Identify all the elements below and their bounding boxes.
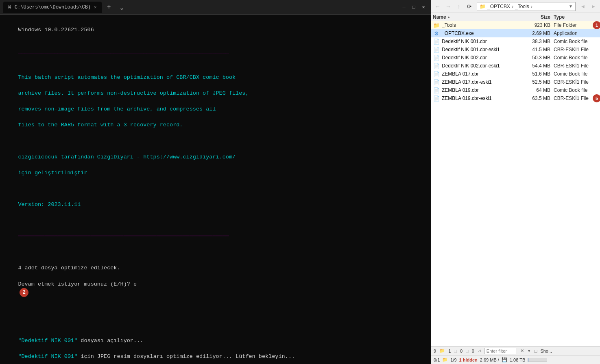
version-line: Version: 2023.11.11 (18, 202, 81, 208)
file-size-tools: 923 KB (525, 22, 554, 28)
explorer-footer: 0/1 📁 1/9 1 hidden 2.69 MB / 💾 1.08 TB (431, 355, 600, 364)
footer-size: 2.69 MB / (480, 358, 499, 362)
file-type-zembla017-cbr: Comic Book file (554, 71, 598, 77)
cbr3-icon: 📄 (433, 71, 440, 77)
forward-button[interactable]: → (443, 2, 453, 11)
terminal-tab[interactable]: ⌘ C:\Users\omc\Downloads\CB) ✕ (3, 2, 102, 13)
file-name-optcbx: _OPTCBX.exe (442, 30, 525, 36)
block1-line1-rest: dosyası açılıyor... (77, 338, 143, 344)
statusbar-zero2-icon: □ (466, 349, 469, 353)
file-type-optcbx: Application (554, 30, 598, 36)
back-button[interactable]: ← (433, 2, 443, 11)
file-name-zembla017-cbr: ZEMBLA 017.cbr (442, 71, 525, 77)
show-label: Sho... (540, 349, 552, 353)
filter-clear-button[interactable]: ✕ (520, 348, 524, 353)
file-row-zembla017-eski1[interactable]: 📄 ZEMBLA 017.cbr-eski1 52.5 MB CBR-ESKİ1… (431, 78, 600, 86)
file-row-zembla019-cbr[interactable]: 📄 ZEMBLA 019.cbr 64 MB Comic Book file (431, 86, 600, 94)
sort-arrow-icon: ▲ (447, 15, 451, 19)
address-separator2: › (531, 4, 532, 9)
terminal-tab-icon: ⌘ (8, 4, 11, 11)
desc-line2: archive files. It performs non-destructi… (18, 90, 249, 96)
terminal-titlebar: ⌘ C:\Users\omc\Downloads\CB) ✕ + ⌄ ─ □ ✕ (0, 0, 431, 15)
address-root: _OPTCBX (487, 4, 510, 9)
file-size-nik001-cbr: 38.3 MB (525, 39, 554, 44)
file-name-nik002-cbr: Dedektif NIK 002.cbr (442, 55, 525, 61)
close-button[interactable]: ✕ (419, 3, 428, 11)
filter-input[interactable] (484, 348, 517, 354)
back-icon: ← (435, 3, 441, 10)
footer-fraction: 0/1 (434, 358, 440, 362)
footer-ratio: 1/9 (450, 358, 456, 362)
annotation-bubble-5: 5 (593, 94, 600, 102)
nav-next-icon: ▶ (592, 4, 595, 9)
new-tab-button[interactable]: + (103, 2, 115, 13)
file-type-zembla019-eski1: CBR-ESKİ1 File (554, 95, 598, 101)
file-name-nik002-eski1: Dedektif NIK 002.cbr-eski1 (442, 63, 525, 69)
annotation-2: 2 (20, 288, 28, 297)
filter-dropdown-button[interactable]: ▼ (527, 349, 531, 353)
file-row-tools-folder[interactable]: 📁 _Tools 923 KB File Folder 1 (431, 21, 600, 29)
file-row-nik001-cbr[interactable]: 📄 Dedektif NIK 001.cbr 38.3 MB Comic Boo… (431, 37, 600, 46)
file-name-nik001-eski1: Dedektif NIK 001.cbr-eski1 (442, 47, 525, 52)
desc-line1: This batch script automates the optimiza… (18, 74, 236, 80)
refresh-icon: ⟳ (467, 3, 472, 10)
separator2: ────────────────────────────────────────… (18, 233, 229, 239)
col-size-header[interactable]: Size (525, 14, 554, 20)
nav-prev-icon: ◀ (581, 4, 585, 9)
statusbar-folder-icon: 📁 (439, 348, 445, 353)
file-row-zembla019-eski1[interactable]: 📄 ZEMBLA 019.cbr-eski1 63.5 MB CBR-ESKİ1… (431, 94, 600, 102)
col-name-label: Name (433, 14, 446, 20)
file-size-nik002-cbr: 50.3 MB (525, 55, 554, 61)
file-name-tools: _Tools (442, 22, 525, 28)
file-row-zembla017-cbr[interactable]: 📄 ZEMBLA 017.cbr 51.6 MB Comic Book file (431, 70, 600, 78)
nav-prev-button[interactable]: ◀ (578, 2, 588, 11)
desc-line3: removes non-image files from the archive… (18, 106, 216, 112)
statusbar-zero2: 0 (472, 349, 474, 353)
statusbar-zero1-icon: □ (454, 349, 457, 353)
col-type-header[interactable]: Type (554, 14, 598, 20)
prompt2: Devam etmek istiyor musunuz (E/H)? e (18, 281, 137, 287)
col-name-header[interactable]: Name ▲ (433, 14, 525, 20)
separator1: ────────────────────────────────────────… (18, 50, 229, 56)
file-type-nik001-cbr: Comic Book file (554, 39, 598, 44)
footer-hidden-label: 1 hidden (459, 358, 478, 362)
file-type-nik002-eski1: CBR-ESKİ1 File (554, 63, 598, 69)
address-dropdown-icon[interactable]: ▼ (569, 4, 573, 9)
tab-close-button[interactable]: ✕ (94, 4, 97, 10)
file-row-nik002-cbr[interactable]: 📄 Dedektif NIK 002.cbr 50.3 MB Comic Boo… (431, 54, 600, 62)
cbr-icon: 📄 (433, 38, 440, 45)
file-size-nik001-eski1: 41.5 MB (525, 47, 554, 52)
file-row-nik001-eski1[interactable]: 📄 Dedektif NIK 001.cbr-eski1 41.5 MB CBR… (431, 46, 600, 54)
tab-dropdown-button[interactable]: ⌄ (116, 2, 128, 13)
column-header: Name ▲ Size Type (431, 13, 600, 21)
file-row-optcbx-exe[interactable]: ⚙ _OPTCBX.exe 2.69 MB Application (431, 29, 600, 37)
file-name-zembla019-cbr: ZEMBLA 019.cbr (442, 87, 525, 93)
col-type-label: Type (554, 14, 565, 20)
eski4-icon: 📄 (433, 95, 440, 102)
explorer-statusbar: 9 📁 1 □ 0 □ 0 ⊿ ✕ ▼ □ Sho... (431, 346, 600, 355)
refresh-button[interactable]: ⟳ (465, 2, 474, 11)
address-folder-icon: 📁 (480, 4, 486, 9)
address-separator1: › (512, 4, 513, 9)
col-size-label: Size (541, 14, 550, 20)
footer-total: 1.08 TB (510, 358, 525, 362)
cbr2-icon: 📄 (433, 54, 440, 61)
block1-line2-hl: "Dedektif NIK 001" (18, 353, 77, 360)
file-size-zembla017-eski1: 52.5 MB (525, 79, 554, 85)
file-type-nik002-cbr: Comic Book file (554, 55, 598, 61)
eski2-icon: 📄 (433, 63, 440, 69)
file-type-tools: File Folder (554, 22, 598, 28)
minimize-button[interactable]: ─ (400, 3, 408, 11)
statusbar-zero1: 0 (460, 349, 463, 353)
maximize-button[interactable]: □ (410, 3, 418, 11)
address-bar[interactable]: 📁 _OPTCBX › _Tools › ▼ (477, 2, 576, 11)
up-button[interactable]: ↑ (454, 2, 464, 11)
file-size-zembla019-eski1: 63.5 MB (525, 95, 554, 101)
file-row-nik002-eski1[interactable]: 📄 Dedektif NIK 002.cbr-eski1 54.4 MB CBR… (431, 62, 600, 70)
nav-next-button[interactable]: ▶ (589, 2, 598, 11)
file-size-zembla017-cbr: 51.6 MB (525, 71, 554, 77)
block1-line2-rest: için JPEG resim dosyaları optimize edili… (77, 353, 295, 360)
folder-icon: 📁 (433, 22, 440, 28)
file-size-nik002-eski1: 54.4 MB (525, 63, 554, 69)
statusbar-folders: 1 (448, 349, 451, 353)
